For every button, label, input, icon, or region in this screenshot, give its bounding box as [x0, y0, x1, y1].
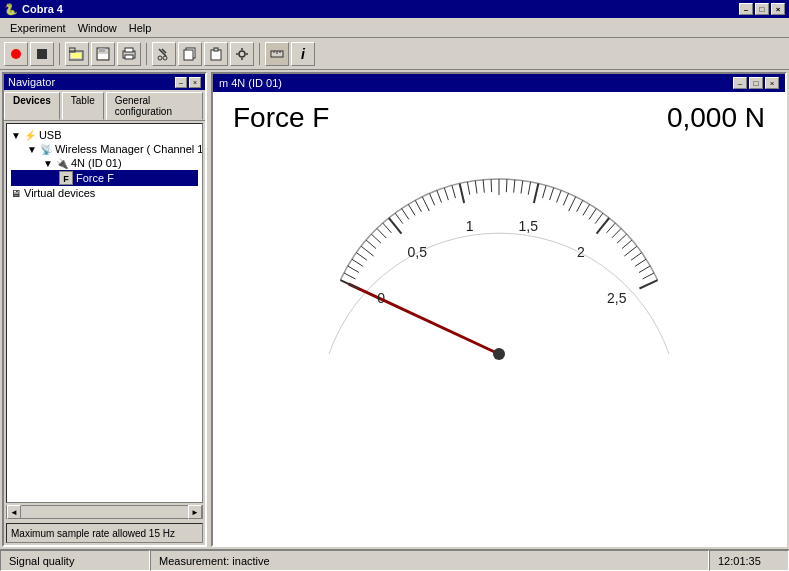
tree-item-wireless[interactable]: ▼ 📡 Wireless Manager ( Channel 11 — [11, 142, 198, 156]
menu-window[interactable]: Window — [72, 20, 123, 36]
scroll-track[interactable] — [21, 507, 188, 517]
tree-item-force-f[interactable]: F Force F — [11, 170, 198, 186]
svg-text:0: 0 — [377, 290, 385, 306]
gauge-title-bar: m 4N (ID 01) – □ × — [213, 74, 785, 92]
tab-general-configuration[interactable]: General configuration — [106, 92, 203, 120]
svg-line-74 — [639, 266, 650, 273]
toolbar-info-button[interactable]: i — [291, 42, 315, 66]
title-bar-buttons: – □ × — [739, 3, 785, 15]
toolbar-paste-button[interactable] — [204, 42, 228, 66]
navigator-title-label: Navigator — [8, 76, 55, 88]
gauge-panel: m 4N (ID 01) – □ × Force F 0,000 N — [211, 72, 787, 547]
scroll-right-button[interactable]: ► — [188, 505, 202, 519]
svg-rect-16 — [214, 48, 218, 51]
4n-expand-icon: ▼ — [43, 158, 53, 169]
usb-icon: ▼ — [11, 130, 21, 141]
tree-item-usb[interactable]: ▼ ⚡ USB — [11, 128, 198, 142]
navigator-close-button[interactable]: × — [189, 77, 201, 88]
svg-line-26 — [340, 280, 358, 288]
usb-label: USB — [39, 129, 62, 141]
svg-text:0,5: 0,5 — [407, 244, 427, 260]
navigator-minimize-button[interactable]: – — [175, 77, 187, 88]
svg-text:2,5: 2,5 — [607, 290, 627, 306]
gauge-svg: 00,511,522,5 — [239, 134, 759, 374]
toolbar-separator-3 — [259, 43, 260, 65]
menu-experiment[interactable]: Experiment — [4, 20, 72, 36]
svg-text:2: 2 — [577, 244, 585, 260]
toolbar-print-button[interactable] — [117, 42, 141, 66]
svg-line-37 — [395, 213, 403, 223]
svg-line-43 — [437, 190, 442, 202]
toolbar-copy-button[interactable] — [178, 42, 202, 66]
scroll-left-button[interactable]: ◄ — [7, 505, 21, 519]
toolbar-save-button[interactable] — [91, 42, 115, 66]
svg-line-72 — [631, 253, 642, 261]
svg-text:1: 1 — [466, 218, 474, 234]
navigator-title-buttons: – × — [175, 77, 201, 88]
svg-line-59 — [557, 190, 562, 202]
svg-line-60 — [563, 193, 568, 205]
svg-line-33 — [371, 234, 380, 243]
close-button[interactable]: × — [771, 3, 785, 15]
gauge-needle — [349, 284, 499, 354]
tree-item-4n[interactable]: ▼ 🔌 4N (ID 01) — [11, 156, 198, 170]
measurement-text: Measurement: inactive — [159, 555, 270, 567]
svg-line-35 — [383, 223, 392, 233]
svg-line-55 — [528, 182, 530, 195]
svg-line-73 — [635, 259, 646, 266]
minimize-button[interactable]: – — [739, 3, 753, 15]
menu-help[interactable]: Help — [123, 20, 158, 36]
wireless-device-icon: 📡 — [40, 144, 52, 155]
gauge-maximize-button[interactable]: □ — [749, 77, 763, 89]
gauge-svg-container: 00,511,522,5 — [233, 134, 765, 374]
4n-label: 4N (ID 01) — [71, 157, 122, 169]
toolbar-settings-button[interactable] — [230, 42, 254, 66]
svg-rect-7 — [125, 48, 133, 52]
svg-line-66 — [597, 218, 610, 234]
svg-point-11 — [158, 56, 162, 60]
svg-line-29 — [352, 259, 363, 266]
title-bar-left: 🐍 Cobra 4 — [4, 3, 63, 16]
navigator-tabs: Devices Table General configuration — [4, 90, 205, 121]
main-area: Navigator – × Devices Table General conf… — [0, 70, 789, 549]
gauge-minimize-button[interactable]: – — [733, 77, 747, 89]
svg-point-12 — [163, 56, 167, 60]
svg-line-70 — [622, 240, 632, 248]
tree-item-virtual[interactable]: 🖥 Virtual devices — [11, 186, 198, 200]
toolbar-separator-2 — [146, 43, 147, 65]
status-time: 12:01:35 — [709, 550, 789, 571]
svg-line-48 — [475, 181, 477, 194]
toolbar-measure-button[interactable] — [265, 42, 289, 66]
force-f-label: Force F — [76, 172, 114, 184]
svg-line-56 — [534, 183, 538, 202]
signal-text: Signal quality — [9, 555, 74, 567]
status-signal: Signal quality — [0, 550, 150, 571]
svg-line-62 — [577, 200, 583, 211]
svg-line-30 — [356, 253, 367, 261]
svg-line-58 — [550, 188, 554, 200]
gauge-content: Force F 0,000 N — [213, 92, 785, 545]
toolbar-stop-button[interactable] — [30, 42, 54, 66]
maximize-button[interactable]: □ — [755, 3, 769, 15]
app-title: Cobra 4 — [22, 3, 63, 15]
svg-line-39 — [408, 204, 415, 215]
svg-line-36 — [389, 218, 402, 234]
toolbar-record-button[interactable] — [4, 42, 28, 66]
gauge-close-button[interactable]: × — [765, 77, 779, 89]
svg-line-49 — [483, 180, 484, 193]
navigator-scrollbar[interactable]: ◄ ► — [6, 505, 203, 519]
tab-table[interactable]: Table — [62, 92, 104, 120]
svg-line-57 — [543, 185, 546, 198]
tab-devices[interactable]: Devices — [4, 92, 60, 120]
navigator-status: Maximum sample rate allowed 15 Hz — [6, 523, 203, 543]
svg-line-67 — [607, 223, 616, 233]
svg-rect-14 — [184, 50, 193, 60]
toolbar-open-button[interactable] — [65, 42, 89, 66]
svg-line-46 — [460, 183, 464, 202]
toolbar-cut-button[interactable] — [152, 42, 176, 66]
app-icon: 🐍 — [4, 3, 18, 16]
svg-rect-8 — [125, 55, 133, 59]
svg-line-31 — [361, 246, 374, 256]
toolbar: i — [0, 38, 789, 70]
gauge-title-buttons: – □ × — [733, 77, 779, 89]
